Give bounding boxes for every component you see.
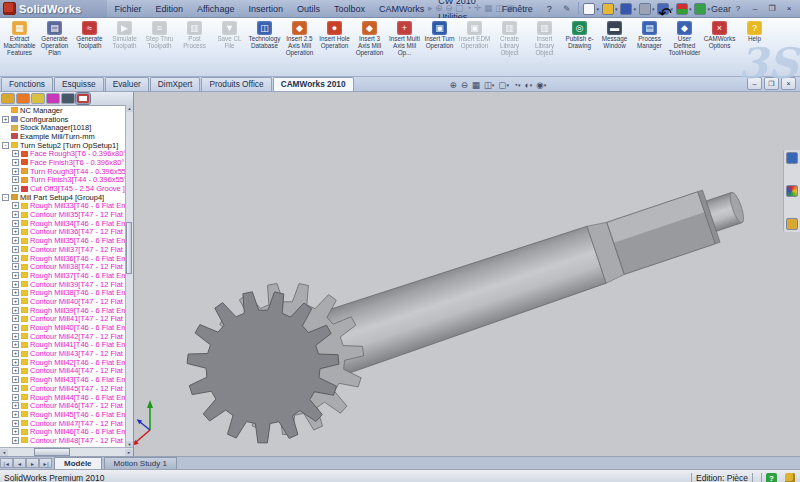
expand-toggle[interactable]: + [12,350,19,357]
tree-item[interactable]: + Rough Mill33[T46 - 6 Flat End] [0,202,125,211]
tree-item[interactable]: + Rough Mill38[T46 - 6 Flat End] [0,288,125,297]
new-document-icon[interactable]: ▾ [583,3,600,15]
expand-toggle[interactable]: + [12,281,19,288]
options-icon[interactable]: ▾ [694,3,711,15]
expand-toggle[interactable]: + [12,367,19,374]
graphics-area[interactable] [134,92,800,456]
dropdown-caret-icon[interactable]: ▾ [689,6,692,12]
dropdown-caret-icon[interactable]: ▾ [633,6,636,12]
doc-restore-button[interactable]: ❐ [764,77,779,90]
ribbon-button[interactable]: ▣ Insert EDM Operation [457,20,492,51]
expand-toggle[interactable]: - [2,142,9,149]
scroll-left-icon[interactable]: ◄ [0,449,8,456]
tree-item[interactable]: + Rough Mill34[T46 - 6 Flat End] [0,219,125,228]
tree-item[interactable]: - Mill Part Setup4 [Group4] [0,193,125,202]
ribbon-button[interactable]: ▶ Simulate Toolpath [107,20,142,51]
help-button[interactable]: ? [731,3,745,15]
command-tab[interactable]: CAMWorks 2010 [273,77,354,91]
expand-toggle[interactable]: + [12,255,19,262]
toolbar-pin-icon[interactable]: ✎ [559,4,575,14]
tree-item[interactable]: + Configurations [0,115,125,124]
solidworks-resources-tab-icon[interactable] [786,152,798,164]
expand-toggle[interactable]: + [12,428,19,435]
menu-item[interactable]: Edition [149,1,191,17]
tree-item[interactable]: + Rough Mill44[T46 - 6 Flat End] [0,393,125,402]
tree-item[interactable]: Example Mill/Turn-mm [0,132,125,141]
model-tab[interactable]: Modèle [54,457,102,469]
expand-toggle[interactable]: + [12,420,19,427]
tree-item[interactable]: + Contour Mill41[T47 - 12 Flat E [0,315,125,324]
expand-toggle[interactable]: + [12,437,19,444]
dimxpertmanager-tab-icon[interactable] [46,93,60,104]
tree-item[interactable]: + Rough Mill46[T46 - 6 Flat End] [0,427,125,436]
tree-item[interactable]: + Contour Mill48[T47 - 12 Flat E [0,436,125,445]
tree-item[interactable]: + Rough Mill39[T46 - 6 Flat End] [0,306,125,315]
doc-close-button[interactable]: × [781,77,796,90]
expand-toggle[interactable]: + [12,168,19,175]
file-explorer-tab-icon[interactable] [786,218,798,230]
camworks-operation-tree-tab-icon[interactable] [76,93,90,104]
filter-icon[interactable]: ▦ [472,80,480,90]
prev-study-button[interactable]: ◄ [13,458,26,468]
next-study-button[interactable]: ► [26,458,39,468]
menu-item[interactable]: ? [540,1,559,17]
tree-item[interactable]: + Turn Rough3[T44 - 0.396x55° [0,167,125,176]
tree-item[interactable]: + Contour Mill45[T47 - 12 Flat E [0,384,125,393]
expand-toggle[interactable]: + [12,324,19,331]
horizontal-scroll-thumb[interactable] [34,448,70,456]
expand-toggle[interactable]: + [12,411,19,418]
tree-item[interactable]: + Contour Mill47[T47 - 12 Flat E [0,419,125,428]
ribbon-button[interactable]: ● Insert Hole Operation [317,20,352,51]
tree-item[interactable]: + Contour Mill36[T47 - 12 Flat E [0,228,125,237]
save-icon[interactable]: ▾ [620,3,637,15]
expand-toggle[interactable]: + [12,333,19,340]
menu-item[interactable]: Affichage [190,1,241,17]
tree-item[interactable]: NC Manager [0,106,125,115]
tree-item[interactable]: Stock Manager[1018] [0,123,125,132]
scroll-up-icon[interactable]: ▲ [126,105,133,112]
tree-item[interactable]: + Rough Mill42[T46 - 6 Flat End] [0,358,125,367]
tree-item[interactable]: + Contour Mill46[T47 - 12 Flat E [0,401,125,410]
ribbon-button[interactable]: ▦ Extract Machinable Features [2,20,37,57]
open-icon[interactable]: ▾ [602,3,619,15]
dropdown-caret-icon[interactable]: ▾ [707,6,710,12]
menu-item[interactable]: Toolbox [327,1,372,17]
tree-item[interactable]: + Rough Mill41[T46 - 6 Flat End] [0,341,125,350]
minimize-button[interactable]: – [748,3,762,15]
menu-item[interactable]: Outils [290,1,327,17]
ribbon-button[interactable]: ▥ Insert Library Object [527,20,562,57]
tree-item[interactable]: + Rough Mill40[T46 - 6 Flat End] [0,323,125,332]
menu-item[interactable]: Insertion [241,1,290,17]
configurationmanager-tab-icon[interactable] [31,93,45,104]
last-study-button[interactable]: ►| [39,458,52,468]
expand-toggle[interactable]: + [12,176,19,183]
ribbon-button[interactable]: ≡ Step Thru Toolpath [142,20,177,51]
scroll-right-icon[interactable]: ► [125,449,133,456]
restore-button[interactable]: ❐ [765,3,779,15]
rebuild-icon[interactable]: ▾ [676,3,693,15]
menu-item[interactable]: CAMWorks [372,1,431,17]
tree-item[interactable]: + Rough Mill43[T46 - 6 Flat End] [0,375,125,384]
section-view-icon[interactable]: ◫▾ [484,80,495,90]
tree-item[interactable]: - Turn Setup2 [Turn OpSetup1] [0,141,125,150]
tree-item[interactable]: + Face Finish3[T6 - 0.396x80° D [0,158,125,167]
expand-toggle[interactable]: + [12,394,19,401]
command-tab[interactable]: Produits Office [201,77,271,91]
tree-item[interactable]: + Contour Mill42[T47 - 12 Flat E [0,332,125,341]
ribbon-button[interactable]: ◆ Insert 2.5 Axis Mill Operation [282,20,317,57]
expand-toggle[interactable]: + [12,237,19,244]
dropdown-caret-icon[interactable]: ▾ [670,6,673,12]
ribbon-button[interactable]: ◆ User Defined Tool/Holder [667,20,702,57]
tree-item[interactable]: + Contour Mill39[T47 - 12 Flat E [0,280,125,289]
command-tab[interactable]: Esquisse [54,77,104,91]
featuremanager-tab-icon[interactable] [1,93,15,104]
ribbon-button[interactable]: ◆ Insert 3 Axis Mill Operation [352,20,387,57]
expand-toggle[interactable]: + [12,341,19,348]
tree-item[interactable]: + Rough Mill45[T46 - 6 Flat End] [0,410,125,419]
tree-item[interactable]: + Rough Mill36[T46 - 6 Flat End] [0,254,125,263]
ribbon-button[interactable]: ▣ Insert Turn Operation [422,20,457,51]
scene-icon[interactable]: ◉▾ [536,80,546,90]
ribbon-button[interactable]: ≈ Generate Toolpath [72,20,107,51]
dropdown-caret-icon[interactable]: ▾ [652,6,655,12]
propertymanager-tab-icon[interactable] [16,93,30,104]
